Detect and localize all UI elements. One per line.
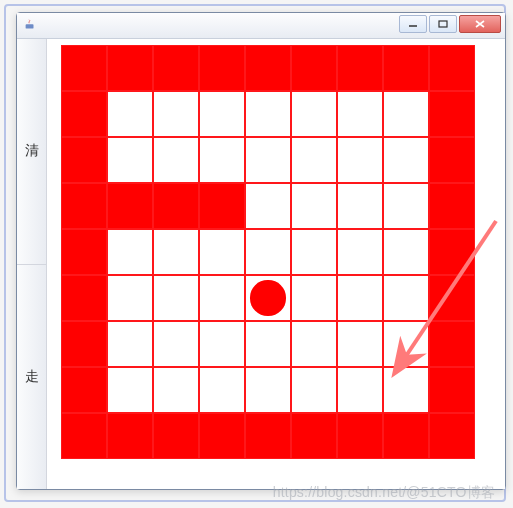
empty-cell[interactable] (107, 321, 153, 367)
wall-cell[interactable] (429, 137, 475, 183)
main-panel (47, 39, 505, 489)
wall-cell[interactable] (61, 183, 107, 229)
wall-cell[interactable] (291, 413, 337, 459)
wall-cell[interactable] (153, 183, 199, 229)
wall-cell[interactable] (429, 321, 475, 367)
wall-cell[interactable] (61, 91, 107, 137)
empty-cell[interactable] (199, 367, 245, 413)
empty-cell[interactable] (291, 183, 337, 229)
empty-cell[interactable] (153, 229, 199, 275)
wall-cell[interactable] (61, 275, 107, 321)
wall-cell[interactable] (107, 413, 153, 459)
wall-cell[interactable] (245, 413, 291, 459)
wall-cell[interactable] (199, 413, 245, 459)
wall-cell[interactable] (107, 183, 153, 229)
wall-cell[interactable] (383, 45, 429, 91)
wall-cell[interactable] (107, 45, 153, 91)
clear-button[interactable]: 清 (17, 39, 46, 265)
empty-cell[interactable] (291, 137, 337, 183)
wall-cell[interactable] (429, 275, 475, 321)
empty-cell[interactable] (199, 321, 245, 367)
empty-cell[interactable] (337, 229, 383, 275)
wall-cell[interactable] (429, 183, 475, 229)
empty-cell[interactable] (337, 183, 383, 229)
ball-cell[interactable] (245, 275, 291, 321)
wall-cell[interactable] (61, 137, 107, 183)
screenshot-frame: 清 走 (4, 4, 506, 502)
empty-cell[interactable] (383, 183, 429, 229)
empty-cell[interactable] (383, 321, 429, 367)
window-controls (399, 15, 501, 33)
empty-cell[interactable] (337, 137, 383, 183)
wall-cell[interactable] (429, 45, 475, 91)
empty-cell[interactable] (199, 91, 245, 137)
empty-cell[interactable] (291, 321, 337, 367)
empty-cell[interactable] (337, 275, 383, 321)
player-ball (250, 280, 285, 315)
empty-cell[interactable] (153, 321, 199, 367)
wall-cell[interactable] (61, 413, 107, 459)
empty-cell[interactable] (291, 275, 337, 321)
titlebar (17, 13, 505, 39)
empty-cell[interactable] (107, 367, 153, 413)
maximize-button[interactable] (429, 15, 457, 33)
empty-cell[interactable] (153, 137, 199, 183)
wall-cell[interactable] (429, 413, 475, 459)
wall-cell[interactable] (199, 183, 245, 229)
empty-cell[interactable] (291, 91, 337, 137)
empty-cell[interactable] (107, 91, 153, 137)
wall-cell[interactable] (153, 45, 199, 91)
wall-cell[interactable] (153, 413, 199, 459)
java-icon (23, 18, 37, 32)
content-area: 清 走 (17, 39, 505, 489)
wall-cell[interactable] (429, 229, 475, 275)
wall-cell[interactable] (383, 413, 429, 459)
empty-cell[interactable] (337, 321, 383, 367)
empty-cell[interactable] (245, 91, 291, 137)
empty-cell[interactable] (337, 91, 383, 137)
empty-cell[interactable] (153, 91, 199, 137)
empty-cell[interactable] (383, 137, 429, 183)
wall-cell[interactable] (291, 45, 337, 91)
empty-cell[interactable] (107, 137, 153, 183)
wall-cell[interactable] (61, 367, 107, 413)
wall-cell[interactable] (245, 45, 291, 91)
wall-cell[interactable] (337, 45, 383, 91)
empty-cell[interactable] (199, 275, 245, 321)
empty-cell[interactable] (383, 367, 429, 413)
maze-board[interactable] (61, 45, 475, 459)
empty-cell[interactable] (383, 275, 429, 321)
wall-cell[interactable] (429, 367, 475, 413)
empty-cell[interactable] (199, 137, 245, 183)
wall-cell[interactable] (199, 45, 245, 91)
empty-cell[interactable] (291, 229, 337, 275)
close-button[interactable] (459, 15, 501, 33)
wall-cell[interactable] (61, 45, 107, 91)
app-window: 清 走 (16, 12, 506, 490)
empty-cell[interactable] (245, 367, 291, 413)
empty-cell[interactable] (107, 275, 153, 321)
wall-cell[interactable] (337, 413, 383, 459)
watermark: https://blog.csdn.net/@51CTO博客 (273, 484, 495, 502)
empty-cell[interactable] (245, 183, 291, 229)
empty-cell[interactable] (383, 229, 429, 275)
empty-cell[interactable] (337, 367, 383, 413)
empty-cell[interactable] (153, 367, 199, 413)
go-button[interactable]: 走 (17, 265, 46, 490)
empty-cell[interactable] (291, 367, 337, 413)
empty-cell[interactable] (153, 275, 199, 321)
wall-cell[interactable] (61, 229, 107, 275)
minimize-button[interactable] (399, 15, 427, 33)
wall-cell[interactable] (429, 91, 475, 137)
empty-cell[interactable] (199, 229, 245, 275)
empty-cell[interactable] (245, 321, 291, 367)
svg-rect-0 (26, 24, 34, 28)
empty-cell[interactable] (245, 137, 291, 183)
sidebar: 清 走 (17, 39, 47, 489)
wall-cell[interactable] (61, 321, 107, 367)
empty-cell[interactable] (107, 229, 153, 275)
svg-rect-2 (439, 21, 447, 27)
empty-cell[interactable] (383, 91, 429, 137)
empty-cell[interactable] (245, 229, 291, 275)
